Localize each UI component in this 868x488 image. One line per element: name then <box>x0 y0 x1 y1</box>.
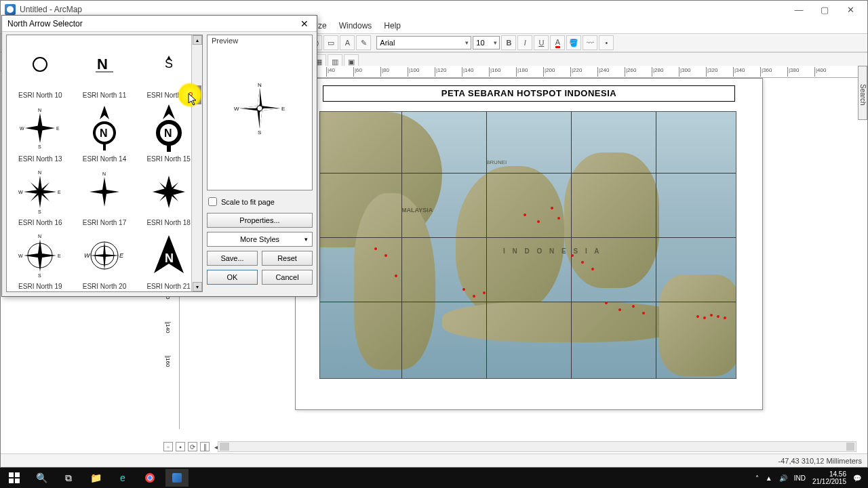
scale-to-fit-checkbox[interactable]: Scale to fit page <box>207 195 313 209</box>
svg-marker-31 <box>159 182 167 190</box>
preview-symbol: NSEW <box>233 81 287 138</box>
scroll-thumb[interactable] <box>193 85 201 104</box>
edit-vertices-icon[interactable]: ✎ <box>356 35 371 50</box>
minimize-button[interactable]: — <box>786 2 812 17</box>
gallery-item[interactable]: NSEWESRI North 16 <box>8 164 73 228</box>
start-button[interactable] <box>3 469 26 487</box>
text-tool-icon[interactable]: A <box>340 35 355 50</box>
svg-text:N: N <box>102 171 106 176</box>
refresh-view-button[interactable]: ⟳ <box>188 442 197 451</box>
svg-text:N: N <box>97 56 108 73</box>
svg-text:N: N <box>100 127 108 139</box>
window-title: Untitled - ArcMap <box>20 5 82 14</box>
font-combo[interactable]: Arial <box>376 36 471 49</box>
svg-marker-41 <box>90 254 119 257</box>
chrome-icon[interactable] <box>138 469 161 487</box>
tray-lang[interactable]: IND <box>794 474 806 482</box>
search-tab[interactable]: Search <box>858 66 867 120</box>
gallery-scrollbar[interactable]: ▴ ▾ <box>191 35 202 291</box>
svg-marker-19 <box>31 193 39 201</box>
app-icon <box>5 4 16 15</box>
gallery-item[interactable]: NESRI North 17 <box>73 164 137 228</box>
preview-label: Preview <box>212 37 238 45</box>
system-tray[interactable]: ˄ ▲ 🔊 IND 14.56 21/12/2015 💬 <box>755 470 865 485</box>
fill-color-icon[interactable]: 🪣 <box>566 35 581 50</box>
svg-text:N: N <box>38 170 41 175</box>
gallery-item[interactable]: NESRI North 11 <box>73 37 137 100</box>
svg-marker-16 <box>24 176 56 208</box>
svg-text:S: S <box>38 273 41 278</box>
cancel-button[interactable]: Cancel <box>262 270 313 285</box>
dialog-titlebar: North Arrow Selector ✕ <box>2 16 317 32</box>
svg-text:N: N <box>164 127 172 139</box>
gallery-item[interactable]: NSEWESRI North 13 <box>8 100 73 164</box>
svg-text:W: W <box>20 126 24 131</box>
tray-volume-icon[interactable]: 🔊 <box>779 474 787 482</box>
close-button[interactable]: ✕ <box>837 2 863 17</box>
svg-marker-18 <box>41 193 50 201</box>
save-button[interactable]: Save... <box>207 251 258 266</box>
map-title: PETA SEBARAN HOTSPOT INDONESIA <box>323 85 735 102</box>
svg-marker-5 <box>25 125 55 131</box>
svg-text:E: E <box>56 126 60 131</box>
scroll-down-icon[interactable]: ▾ <box>193 282 202 291</box>
dialog-close-button[interactable]: ✕ <box>298 18 311 30</box>
line-color-icon[interactable]: 〰 <box>583 35 597 50</box>
marker-color-icon[interactable]: • <box>599 35 614 50</box>
gallery-item[interactable]: ESRI North 10 <box>8 37 73 100</box>
gallery-item[interactable]: NESRI North 14 <box>73 100 137 164</box>
ok-button[interactable]: OK <box>207 270 258 285</box>
reset-button[interactable]: Reset <box>262 251 313 266</box>
svg-text:N: N <box>165 251 174 265</box>
svg-point-0 <box>33 58 47 71</box>
svg-marker-30 <box>159 194 167 201</box>
svg-text:W: W <box>18 190 23 195</box>
tray-network-icon[interactable]: ▲ <box>766 474 772 482</box>
map-frame[interactable]: I N D O N E S I A MALAYSIA BRUNEI <box>319 111 736 379</box>
pause-view-button[interactable]: ‖ <box>200 442 210 451</box>
menu-windows[interactable]: Windows <box>334 20 378 32</box>
svg-point-52 <box>257 106 262 111</box>
svg-text:N: N <box>258 82 262 88</box>
symbol-gallery[interactable]: ESRI North 10 NESRI North 11 SESRI North… <box>6 35 203 292</box>
arcmap-taskbar-icon[interactable] <box>165 469 189 487</box>
search-taskbar-icon[interactable]: 🔍 <box>30 469 53 487</box>
svg-marker-28 <box>171 182 178 190</box>
north-arrow-selector-dialog: North Arrow Selector ✕ ESRI North 10 NES… <box>1 15 317 297</box>
tray-notifications-icon[interactable]: 💬 <box>853 474 861 482</box>
tray-clock[interactable]: 14.56 21/12/2015 <box>812 470 846 485</box>
maximize-button[interactable]: ▢ <box>812 2 837 17</box>
svg-text:W: W <box>18 253 23 258</box>
gallery-item[interactable]: WEESRI North 20 <box>73 228 137 291</box>
svg-text:E: E <box>58 190 61 195</box>
dialog-title: North Arrow Selector <box>7 19 83 28</box>
scroll-up-icon[interactable]: ▴ <box>193 35 202 45</box>
italic-button[interactable]: I <box>517 35 532 50</box>
rect-icon[interactable]: ▭ <box>323 35 338 50</box>
more-styles-combo[interactable]: More Styles <box>207 232 313 247</box>
font-color-icon[interactable]: A <box>550 35 565 50</box>
svg-text:S: S <box>258 129 261 136</box>
svg-text:E: E <box>58 253 61 258</box>
gallery-item[interactable]: NSEWESRI North 19 <box>8 228 73 291</box>
font-size-combo[interactable]: 10 <box>473 36 500 49</box>
status-coords: -47,43 310,12 Millimeters <box>778 457 862 465</box>
svg-marker-29 <box>171 194 178 201</box>
svg-text:W: W <box>234 106 239 112</box>
layout-page: PETA SEBARAN HOTSPOT INDONESIA <box>295 78 763 410</box>
menu-help[interactable]: Help <box>378 20 406 32</box>
file-explorer-icon[interactable]: 📁 <box>84 469 107 487</box>
svg-text:S: S <box>38 209 41 214</box>
properties-button[interactable]: Properties... <box>207 213 313 228</box>
task-view-icon[interactable]: ⧉ <box>57 469 80 487</box>
taskbar: 🔍 ⧉ 📁 e ˄ ▲ 🔊 IND 14.56 21/12/2015 💬 <box>0 468 868 488</box>
layout-view-button[interactable]: ▪ <box>176 442 185 451</box>
bold-button[interactable]: B <box>501 35 516 50</box>
svg-marker-25 <box>90 177 119 207</box>
underline-button[interactable]: U <box>534 35 549 50</box>
data-view-button[interactable]: ▫ <box>163 442 173 451</box>
edge-icon[interactable]: e <box>111 469 134 487</box>
svg-marker-17 <box>41 182 50 190</box>
h-scrollbar[interactable] <box>218 441 856 452</box>
tray-up-icon[interactable]: ˄ <box>755 474 759 482</box>
